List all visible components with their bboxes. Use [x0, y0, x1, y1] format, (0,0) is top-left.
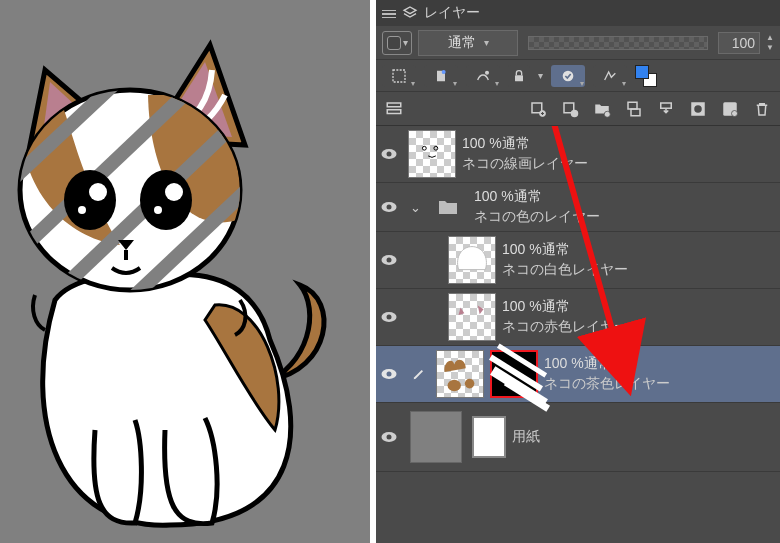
svg-rect-18 [387, 109, 401, 113]
draft-layer-button[interactable]: ▾ [466, 65, 500, 87]
panel-title: レイヤー [424, 4, 480, 22]
layer-thumbnail[interactable] [448, 236, 496, 284]
layers-icon [402, 5, 418, 21]
svg-rect-17 [387, 103, 401, 107]
blend-mode-value: 通常 [448, 34, 476, 52]
svg-point-46 [387, 435, 392, 440]
svg-point-10 [78, 206, 86, 214]
svg-point-9 [165, 183, 183, 201]
blend-mode-select[interactable]: 通常 ▾ [418, 30, 518, 56]
svg-rect-26 [661, 103, 672, 108]
delete-layer-button[interactable] [750, 97, 774, 121]
eye-icon[interactable] [379, 144, 399, 164]
layer-name: 用紙 [512, 428, 776, 446]
new-folder-button[interactable] [590, 97, 614, 121]
paper-thumbnail[interactable] [472, 416, 506, 458]
svg-rect-12 [393, 70, 405, 82]
set-reference-button[interactable]: ▾ [551, 65, 585, 87]
svg-point-6 [64, 170, 116, 230]
layer-row[interactable]: 100 %通常 ネコの赤色レイヤー [376, 289, 780, 346]
layer-opacity-label: 100 %通常 [462, 135, 776, 153]
layer-opacity-label: 100 %通常 [502, 298, 776, 316]
effect-button[interactable]: ▾ [593, 65, 627, 87]
svg-point-23 [604, 111, 610, 117]
new-vector-layer-button[interactable] [558, 97, 582, 121]
layer-name: ネコの色のレイヤー [474, 208, 776, 226]
layer-opacity-label: 100 %通常 [544, 355, 776, 373]
layers-panel: レイヤー ▾ 通常 ▾ 100 ▲▼ ▾ ▾ ▾ ▾ ▾ [370, 0, 780, 543]
layer-name: ネコの線画レイヤー [462, 155, 776, 173]
lock-button[interactable] [508, 65, 530, 87]
svg-point-44 [465, 379, 475, 389]
layer-row-selected[interactable]: 100 %通常 ネコの茶色レイヤー [376, 346, 780, 403]
layer-thumbnail[interactable] [436, 350, 484, 398]
layer-thumbnail[interactable] [408, 130, 456, 178]
svg-rect-24 [628, 102, 637, 109]
eye-icon[interactable] [379, 250, 399, 270]
svg-point-38 [387, 258, 392, 263]
clip-mask-button[interactable]: ▾ [382, 65, 416, 87]
layer-list: 100 %通常 ネコの線画レイヤー ⌄ 100 %通常 ネコの色のレイヤー [376, 126, 780, 543]
folder-icon [428, 187, 468, 227]
panel-menu-icon[interactable] [382, 8, 396, 19]
layer-opacity-label: 100 %通常 [502, 241, 776, 259]
layer-row-paper[interactable]: 用紙 [376, 403, 780, 472]
disclosure-triangle[interactable]: ⌄ [408, 200, 422, 215]
svg-point-42 [387, 372, 392, 377]
layer-row[interactable]: 100 %通常 ネコの白色レイヤー [376, 232, 780, 289]
layer-opacity-label: 100 %通常 [474, 188, 776, 206]
new-raster-layer-button[interactable] [526, 97, 550, 121]
apply-mask-button[interactable] [718, 97, 742, 121]
svg-point-30 [732, 110, 738, 116]
svg-point-8 [89, 183, 107, 201]
layer-mask-thumbnail[interactable] [490, 350, 538, 398]
layer-folder-row[interactable]: ⌄ 100 %通常 ネコの色のレイヤー [376, 183, 780, 232]
opacity-stepper[interactable]: ▲▼ [766, 34, 774, 52]
layer-option-row: ▾ ▾ ▾ ▾ ▾ ▾ [376, 60, 780, 92]
opacity-value[interactable]: 100 [718, 32, 760, 54]
svg-point-32 [387, 152, 392, 157]
transfer-down-button[interactable] [622, 97, 646, 121]
merge-down-button[interactable] [654, 97, 678, 121]
svg-point-33 [422, 146, 426, 150]
layer-row[interactable]: 100 %通常 ネコの線画レイヤー [376, 126, 780, 183]
svg-rect-15 [515, 75, 523, 81]
layer-name: ネコの茶色レイヤー [544, 375, 776, 393]
svg-point-14 [486, 71, 489, 74]
reference-layer-button[interactable]: ▾ [424, 65, 458, 87]
cat-artwork [0, 0, 370, 543]
svg-point-40 [387, 315, 392, 320]
layer-color-swatch[interactable]: ▾ [382, 31, 412, 55]
eye-icon[interactable] [379, 364, 399, 384]
panel-view-button[interactable] [382, 97, 406, 121]
svg-point-11 [154, 206, 162, 214]
eye-icon[interactable] [379, 427, 399, 447]
pencil-icon [408, 366, 430, 382]
svg-point-7 [140, 170, 192, 230]
svg-point-43 [448, 380, 461, 392]
layer-name: ネコの赤色レイヤー [502, 318, 776, 336]
layer-thumbnail[interactable] [448, 293, 496, 341]
create-mask-button[interactable] [686, 97, 710, 121]
paper-color-swatch[interactable] [410, 411, 462, 463]
svg-point-22 [572, 110, 578, 116]
chevron-down-icon: ▾ [484, 37, 489, 48]
opacity-slider[interactable] [528, 36, 708, 50]
svg-point-13 [442, 70, 446, 74]
svg-point-36 [387, 205, 392, 210]
panel-header: レイヤー [376, 0, 780, 26]
svg-rect-25 [631, 109, 640, 116]
svg-point-28 [694, 105, 702, 113]
eye-icon[interactable] [379, 307, 399, 327]
canvas[interactable] [0, 0, 370, 543]
layer-name: ネコの白色レイヤー [502, 261, 776, 279]
chevron-down-icon: ▾ [538, 70, 543, 81]
eye-icon[interactable] [379, 197, 399, 217]
layer-action-row [376, 92, 780, 126]
blend-row: ▾ 通常 ▾ 100 ▲▼ [376, 26, 780, 60]
palette-swatch[interactable] [635, 65, 657, 87]
svg-point-34 [434, 146, 438, 150]
